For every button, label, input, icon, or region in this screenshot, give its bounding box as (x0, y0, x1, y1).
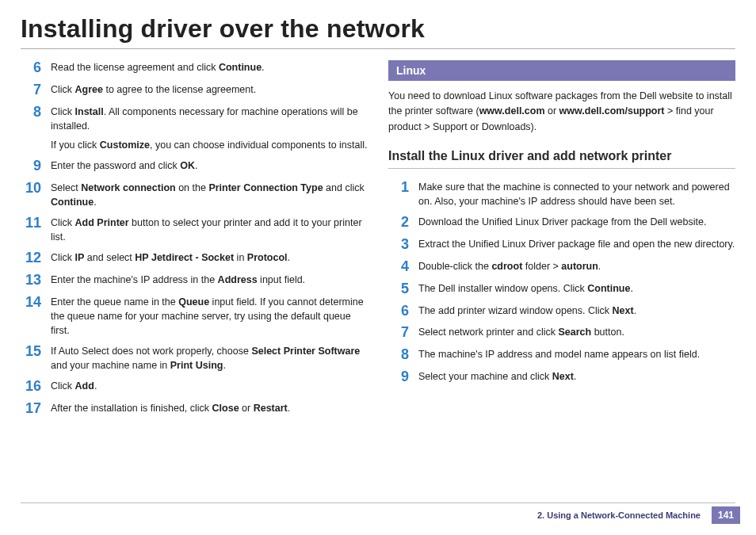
step-number: 16 (21, 379, 41, 395)
left-step: 7Click Agree to agree to the license agr… (21, 82, 368, 98)
step-number: 13 (21, 273, 41, 289)
right-step: 8The machine's IP address and model name… (388, 347, 735, 363)
step-body: Make sure that the machine is connected … (418, 180, 735, 208)
title-wrap: Installing driver over the network (21, 14, 735, 49)
right-steps: 1Make sure that the machine is connected… (388, 180, 735, 385)
step-number: 11 (21, 216, 41, 231)
left-step: 6Read the license agreement and click Co… (21, 60, 368, 76)
left-step: 8Click Install. All components necessary… (21, 105, 368, 152)
step-number: 3 (388, 237, 409, 253)
step-text: Click Add. (51, 379, 368, 393)
step-text: Download the Unified Linux Driver packag… (418, 215, 735, 229)
footer-rule (21, 503, 735, 503)
step-number: 5 (388, 281, 409, 297)
step-body: Enter the queue name in the Queue input … (51, 295, 368, 338)
step-body: Enter the password and click OK. (51, 159, 368, 173)
step-text: Select network printer and click Search … (418, 325, 735, 339)
footer-bar: 2. Using a Network-Connected Machine 141 (0, 506, 756, 524)
step-body: Double-click the cdroot folder > autorun… (418, 259, 735, 273)
step-body: Click Add Printer button to select your … (51, 216, 368, 244)
step-number: 9 (21, 159, 41, 174)
step-body: Click Add. (51, 379, 368, 393)
step-number: 10 (21, 181, 41, 197)
step-body: Select network printer and click Search … (418, 325, 735, 339)
step-number: 9 (388, 369, 409, 385)
page-title: Installing driver over the network (21, 14, 735, 44)
step-text: Enter the password and click OK. (51, 159, 368, 173)
page: Installing driver over the network 6Read… (0, 0, 756, 535)
step-text: If you click Customize, you can choose i… (51, 138, 368, 152)
right-step: 5The Dell installer window opens. Click … (388, 281, 735, 297)
step-text: Double-click the cdroot folder > autorun… (418, 259, 735, 273)
step-number: 7 (21, 82, 41, 98)
step-number: 8 (21, 105, 41, 120)
right-step: 2Download the Unified Linux Driver packa… (388, 215, 735, 231)
step-number: 14 (21, 295, 41, 311)
step-body: Click IP and select HP Jetdirect - Socke… (51, 250, 368, 265)
step-body: The Dell installer window opens. Click C… (418, 281, 735, 296)
step-body: The add printer wizard window opens. Cli… (418, 304, 735, 318)
left-step: 14Enter the queue name in the Queue inpu… (21, 295, 368, 338)
step-text: Click Agree to agree to the license agre… (51, 82, 368, 97)
left-step: 10Select Network connection on the Print… (21, 181, 368, 209)
step-text: Enter the queue name in the Queue input … (51, 295, 368, 338)
left-step: 16Click Add. (21, 379, 368, 395)
left-steps: 6Read the license agreement and click Co… (21, 60, 368, 417)
step-body: Extract the Unified Linux Driver package… (418, 237, 735, 251)
step-text: Select your machine and click Next. (418, 369, 735, 384)
right-step: 3Extract the Unified Linux Driver packag… (388, 237, 735, 253)
footer-label: 2. Using a Network-Connected Machine (533, 506, 705, 524)
step-text: Extract the Unified Linux Driver package… (418, 237, 735, 251)
step-text: After the installation is finished, clic… (51, 401, 368, 415)
step-number: 8 (388, 347, 409, 363)
step-number: 4 (388, 259, 409, 275)
right-step: 7Select network printer and click Search… (388, 325, 735, 341)
step-text: The add printer wizard window opens. Cli… (418, 304, 735, 318)
left-step: 17After the installation is finished, cl… (21, 401, 368, 417)
step-body: Select your machine and click Next. (418, 369, 735, 384)
section-bar-linux: Linux (388, 60, 735, 81)
step-text: Read the license agreement and click Con… (51, 60, 368, 75)
step-body: Enter the machine's IP address in the Ad… (51, 273, 368, 287)
step-number: 7 (388, 325, 409, 341)
step-body: Download the Unified Linux Driver packag… (418, 215, 735, 229)
step-body: Read the license agreement and click Con… (51, 60, 368, 75)
left-step: 11Click Add Printer button to select you… (21, 216, 368, 244)
step-body: Click Agree to agree to the license agre… (51, 82, 368, 97)
left-column: 6Read the license agreement and click Co… (21, 60, 368, 417)
step-number: 12 (21, 250, 41, 266)
step-number: 6 (21, 60, 41, 76)
left-step: 12Click IP and select HP Jetdirect - Soc… (21, 250, 368, 266)
step-number: 17 (21, 401, 41, 417)
step-body: Select Network connection on the Printer… (51, 181, 368, 209)
left-step: 15If Auto Select does not work properly,… (21, 344, 368, 373)
step-body: After the installation is finished, clic… (51, 401, 368, 415)
left-step: 9Enter the password and click OK. (21, 159, 368, 174)
step-text: Click Install. All components necessary … (51, 105, 368, 133)
right-step: 4Double-click the cdroot folder > autoru… (388, 259, 735, 275)
left-step: 13Enter the machine's IP address in the … (21, 273, 368, 289)
right-step: 1Make sure that the machine is connected… (388, 180, 735, 208)
step-body: If Auto Select does not work properly, c… (51, 344, 368, 373)
step-text: If Auto Select does not work properly, c… (51, 344, 368, 373)
step-text: The Dell installer window opens. Click C… (418, 281, 735, 296)
step-text: The machine's IP address and model name … (418, 347, 735, 361)
linux-intro: You need to download Linux software pack… (388, 89, 735, 135)
step-text: Click Add Printer button to select your … (51, 216, 368, 244)
step-number: 2 (388, 215, 409, 231)
step-text: Make sure that the machine is connected … (418, 180, 735, 208)
step-number: 15 (21, 344, 41, 360)
step-body: The machine's IP address and model name … (418, 347, 735, 361)
step-number: 1 (388, 180, 409, 196)
right-step: 9Select your machine and click Next. (388, 369, 735, 385)
columns: 6Read the license agreement and click Co… (21, 60, 735, 417)
step-text: Click IP and select HP Jetdirect - Socke… (51, 250, 368, 265)
step-text: Select Network connection on the Printer… (51, 181, 368, 209)
page-number: 141 (712, 506, 740, 524)
right-step: 6The add printer wizard window opens. Cl… (388, 304, 735, 319)
step-text: Enter the machine's IP address in the Ad… (51, 273, 368, 287)
right-column: Linux You need to download Linux softwar… (388, 60, 735, 417)
step-body: Click Install. All components necessary … (51, 105, 368, 152)
subhead-install-linux: Install the Linux driver and add network… (388, 149, 735, 169)
step-number: 6 (388, 304, 409, 319)
